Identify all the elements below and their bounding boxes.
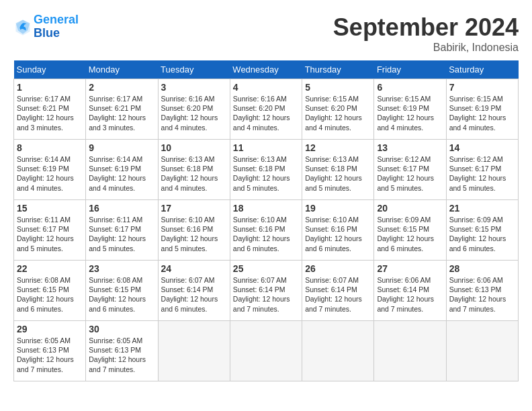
table-row: 15 Sunrise: 6:11 AM Sunset: 6:17 PM Dayl…	[14, 200, 86, 261]
day-detail: Sunrise: 6:16 AM Sunset: 6:20 PM Dayligh…	[161, 94, 227, 132]
day-detail: Sunrise: 6:12 AM Sunset: 6:17 PM Dayligh…	[449, 154, 515, 193]
day-number: 11	[233, 142, 299, 153]
day-number: 30	[89, 324, 154, 334]
day-number: 4	[233, 82, 299, 93]
day-number: 3	[161, 82, 227, 93]
day-number: 8	[17, 142, 83, 153]
table-row	[302, 321, 374, 381]
day-number: 22	[17, 263, 83, 274]
day-detail: Sunrise: 6:09 AM Sunset: 6:15 PM Dayligh…	[377, 215, 443, 253]
day-number: 18	[233, 203, 299, 214]
day-detail: Sunrise: 6:05 AM Sunset: 6:13 PM Dayligh…	[89, 336, 154, 374]
table-row: 12 Sunrise: 6:13 AM Sunset: 6:18 PM Dayl…	[302, 140, 374, 200]
table-row: 17 Sunrise: 6:10 AM Sunset: 6:16 PM Dayl…	[158, 200, 230, 261]
table-row	[374, 321, 446, 381]
day-number: 17	[161, 203, 227, 214]
day-number: 20	[377, 203, 443, 214]
table-row: 25 Sunrise: 6:07 AM Sunset: 6:14 PM Dayl…	[230, 261, 302, 321]
day-number: 6	[377, 82, 443, 93]
table-row: 18 Sunrise: 6:10 AM Sunset: 6:16 PM Dayl…	[230, 200, 302, 261]
calendar-table: Sunday Monday Tuesday Wednesday Thursday…	[13, 60, 519, 381]
calendar-week-row: 29 Sunrise: 6:05 AM Sunset: 6:13 PM Dayl…	[14, 321, 519, 381]
day-number: 9	[89, 142, 154, 153]
calendar-week-row: 15 Sunrise: 6:11 AM Sunset: 6:17 PM Dayl…	[14, 200, 519, 261]
day-number: 5	[305, 82, 371, 93]
day-number: 14	[449, 142, 515, 153]
logo-text: General Blue	[34, 13, 79, 40]
day-detail: Sunrise: 6:07 AM Sunset: 6:14 PM Dayligh…	[161, 275, 227, 314]
table-row: 16 Sunrise: 6:11 AM Sunset: 6:17 PM Dayl…	[86, 200, 158, 261]
day-number: 29	[17, 324, 83, 334]
day-detail: Sunrise: 6:10 AM Sunset: 6:16 PM Dayligh…	[161, 215, 227, 253]
calendar-week-row: 22 Sunrise: 6:08 AM Sunset: 6:15 PM Dayl…	[14, 261, 519, 321]
day-detail: Sunrise: 6:10 AM Sunset: 6:16 PM Dayligh…	[233, 215, 299, 253]
table-row: 29 Sunrise: 6:05 AM Sunset: 6:13 PM Dayl…	[14, 321, 86, 381]
table-row: 10 Sunrise: 6:13 AM Sunset: 6:18 PM Dayl…	[158, 140, 230, 200]
location-subtitle: Babirik, Indonesia	[333, 42, 519, 54]
table-row: 2 Sunrise: 6:17 AM Sunset: 6:21 PM Dayli…	[86, 79, 158, 140]
day-detail: Sunrise: 6:15 AM Sunset: 6:20 PM Dayligh…	[305, 94, 371, 132]
day-detail: Sunrise: 6:15 AM Sunset: 6:19 PM Dayligh…	[377, 94, 443, 132]
col-sunday: Sunday	[14, 60, 86, 79]
day-detail: Sunrise: 6:12 AM Sunset: 6:17 PM Dayligh…	[377, 154, 443, 193]
day-number: 7	[449, 82, 515, 93]
month-title: September 2024	[333, 13, 519, 42]
table-row: 26 Sunrise: 6:07 AM Sunset: 6:14 PM Dayl…	[302, 261, 374, 321]
table-row	[158, 321, 230, 381]
day-number: 1	[17, 82, 83, 93]
table-row: 1 Sunrise: 6:17 AM Sunset: 6:21 PM Dayli…	[14, 79, 86, 140]
table-row: 28 Sunrise: 6:06 AM Sunset: 6:13 PM Dayl…	[446, 261, 518, 321]
day-number: 24	[161, 263, 227, 274]
table-row: 13 Sunrise: 6:12 AM Sunset: 6:17 PM Dayl…	[374, 140, 446, 200]
table-row: 19 Sunrise: 6:10 AM Sunset: 6:16 PM Dayl…	[302, 200, 374, 261]
col-monday: Monday	[86, 60, 158, 79]
day-number: 27	[377, 263, 443, 274]
day-number: 12	[305, 142, 371, 153]
day-number: 15	[17, 203, 83, 214]
table-row: 3 Sunrise: 6:16 AM Sunset: 6:20 PM Dayli…	[158, 79, 230, 140]
table-row: 20 Sunrise: 6:09 AM Sunset: 6:15 PM Dayl…	[374, 200, 446, 261]
table-row: 4 Sunrise: 6:16 AM Sunset: 6:20 PM Dayli…	[230, 79, 302, 140]
day-detail: Sunrise: 6:17 AM Sunset: 6:21 PM Dayligh…	[17, 94, 83, 132]
table-row: 21 Sunrise: 6:09 AM Sunset: 6:15 PM Dayl…	[446, 200, 518, 261]
table-row	[446, 321, 518, 381]
table-row: 7 Sunrise: 6:15 AM Sunset: 6:19 PM Dayli…	[446, 79, 518, 140]
day-number: 26	[305, 263, 371, 274]
day-detail: Sunrise: 6:11 AM Sunset: 6:17 PM Dayligh…	[89, 215, 154, 253]
calendar-week-row: 8 Sunrise: 6:14 AM Sunset: 6:19 PM Dayli…	[14, 140, 519, 200]
day-detail: Sunrise: 6:09 AM Sunset: 6:15 PM Dayligh…	[449, 215, 515, 253]
day-detail: Sunrise: 6:13 AM Sunset: 6:18 PM Dayligh…	[161, 154, 227, 193]
day-detail: Sunrise: 6:06 AM Sunset: 6:13 PM Dayligh…	[449, 275, 515, 314]
day-number: 19	[305, 203, 371, 214]
table-row: 9 Sunrise: 6:14 AM Sunset: 6:19 PM Dayli…	[86, 140, 158, 200]
day-detail: Sunrise: 6:07 AM Sunset: 6:14 PM Dayligh…	[233, 275, 299, 314]
day-detail: Sunrise: 6:08 AM Sunset: 6:15 PM Dayligh…	[17, 275, 83, 314]
day-number: 25	[233, 263, 299, 274]
day-detail: Sunrise: 6:08 AM Sunset: 6:15 PM Dayligh…	[89, 275, 154, 314]
day-detail: Sunrise: 6:05 AM Sunset: 6:13 PM Dayligh…	[17, 336, 83, 374]
day-number: 28	[449, 263, 515, 274]
calendar-body: 1 Sunrise: 6:17 AM Sunset: 6:21 PM Dayli…	[14, 79, 519, 381]
day-detail: Sunrise: 6:15 AM Sunset: 6:19 PM Dayligh…	[449, 94, 515, 132]
table-row: 30 Sunrise: 6:05 AM Sunset: 6:13 PM Dayl…	[86, 321, 158, 381]
col-tuesday: Tuesday	[158, 60, 230, 79]
day-detail: Sunrise: 6:14 AM Sunset: 6:19 PM Dayligh…	[17, 154, 83, 193]
title-block: September 2024 Babirik, Indonesia	[333, 13, 519, 54]
logo-icon	[13, 17, 32, 36]
day-number: 21	[449, 203, 515, 214]
day-detail: Sunrise: 6:16 AM Sunset: 6:20 PM Dayligh…	[233, 94, 299, 132]
day-number: 16	[89, 203, 154, 214]
day-detail: Sunrise: 6:13 AM Sunset: 6:18 PM Dayligh…	[305, 154, 371, 193]
day-number: 13	[377, 142, 443, 153]
table-row: 11 Sunrise: 6:13 AM Sunset: 6:18 PM Dayl…	[230, 140, 302, 200]
day-detail: Sunrise: 6:11 AM Sunset: 6:17 PM Dayligh…	[17, 215, 83, 253]
logo: General Blue	[13, 13, 79, 40]
day-detail: Sunrise: 6:14 AM Sunset: 6:19 PM Dayligh…	[89, 154, 154, 193]
day-detail: Sunrise: 6:06 AM Sunset: 6:14 PM Dayligh…	[377, 275, 443, 314]
table-row: 5 Sunrise: 6:15 AM Sunset: 6:20 PM Dayli…	[302, 79, 374, 140]
table-row: 27 Sunrise: 6:06 AM Sunset: 6:14 PM Dayl…	[374, 261, 446, 321]
day-number: 2	[89, 82, 154, 93]
table-row: 22 Sunrise: 6:08 AM Sunset: 6:15 PM Dayl…	[14, 261, 86, 321]
col-wednesday: Wednesday	[230, 60, 302, 79]
calendar-header-row: Sunday Monday Tuesday Wednesday Thursday…	[14, 60, 519, 79]
